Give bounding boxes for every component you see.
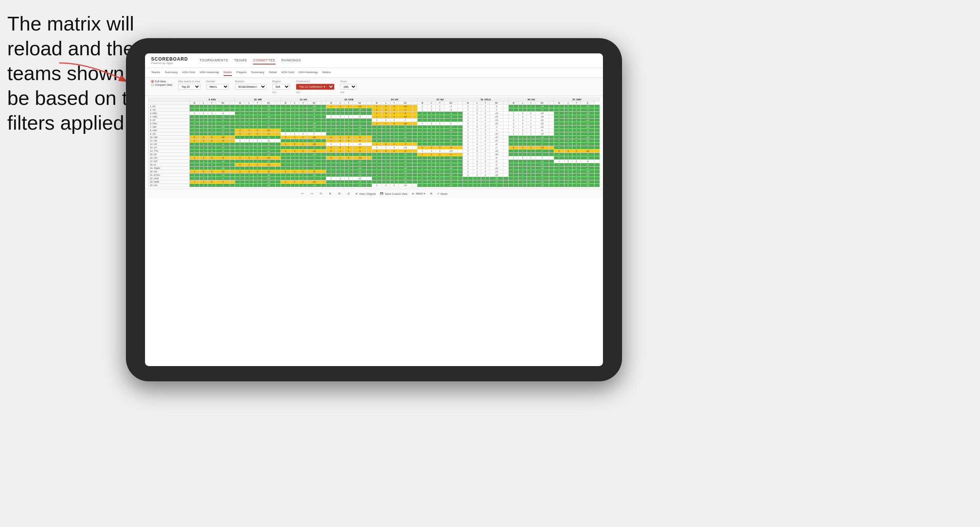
matrix-cell: 1 <box>481 167 490 170</box>
logo-area: SCOREBOARD Powered by clippd <box>151 56 188 64</box>
matrix-cell: 0 <box>345 167 353 170</box>
matrix-cell: -10 <box>398 139 412 143</box>
matrix-cell <box>230 122 235 125</box>
matrix-cell: 0 <box>345 136 353 139</box>
matrix-cell: +12 <box>535 125 549 129</box>
matrix-cell <box>503 153 508 156</box>
row-label: 19. TAMU <box>148 167 190 170</box>
matrix-cell: +5 <box>216 112 230 115</box>
matrix-cell <box>230 112 235 115</box>
matrix-cell: 1 <box>290 129 299 132</box>
matrix-cell: +18 <box>261 105 275 108</box>
subnav-teams[interactable]: Teams <box>151 69 160 76</box>
matrix-cell: 1 <box>245 180 253 184</box>
subnav-summary2[interactable]: Summary <box>251 69 264 76</box>
zoom-btn[interactable]: ⊕ <box>328 191 332 196</box>
nav-rankings[interactable]: RANKINGS <box>282 57 301 64</box>
matrix-cell: -9 <box>353 146 366 149</box>
region-select[interactable]: N/A East West <box>272 84 290 90</box>
matrix-cell <box>549 160 554 163</box>
matrix-cell <box>367 174 372 177</box>
matrix-cell: 0 <box>444 122 458 125</box>
max-teams-select[interactable]: Top 25 Top 50 All <box>178 84 200 90</box>
region-label: Region <box>272 80 290 83</box>
matrix-cell: 0 <box>189 112 199 115</box>
matrix-cell: 1 <box>572 112 581 115</box>
matrix-cell <box>276 146 280 149</box>
subnav-summary[interactable]: Summary <box>165 69 178 76</box>
matrix-cell: 1 <box>208 132 216 136</box>
matrix-cell: 0 <box>253 170 262 174</box>
timer-btn[interactable]: ⏱ <box>346 191 351 196</box>
matrix-cell: 0 <box>290 149 299 153</box>
matrix-cell: -2 <box>353 119 366 122</box>
matrix-cell: 1 <box>554 146 564 149</box>
share-btn[interactable]: ↗ Share <box>437 192 448 195</box>
matrix-cell: 0 <box>481 129 490 132</box>
settings-btn[interactable]: ⚙ <box>337 191 342 196</box>
matrix-cell <box>367 105 372 108</box>
matrix-cell <box>595 143 600 146</box>
matrix-cell <box>595 112 600 115</box>
matrix-cell: 1 <box>473 139 481 143</box>
matrix-cell: 0 <box>463 160 473 163</box>
matrix-cell <box>458 170 463 174</box>
division-select[interactable]: NCAA Division I NCAA Division II <box>235 84 266 90</box>
subnav-matrix2[interactable]: Matrix <box>322 69 331 76</box>
matrix-cell: +18 <box>535 115 549 119</box>
matrix-cell: 2 <box>189 174 199 177</box>
radio-full-dot <box>151 80 154 83</box>
matrix-cell: 0 <box>481 170 490 174</box>
redo-btn[interactable]: ↪ <box>309 191 314 196</box>
radio-full-view[interactable]: Full View <box>151 80 172 83</box>
subnav-h2h-grid2[interactable]: H2H Grid <box>281 69 294 76</box>
matrix-cell: 0 <box>245 146 253 149</box>
watch-btn[interactable]: 👁 Watch ▾ <box>412 192 426 195</box>
matrix-cell <box>230 180 235 184</box>
row-label: 12. UV <box>148 143 190 146</box>
nav-committee[interactable]: COMMITTEE <box>253 57 276 64</box>
grid-btn[interactable]: ⊞ <box>430 192 432 195</box>
view-original-btn[interactable]: 👁 View: Original <box>355 193 376 195</box>
matrix-cell: +23 <box>398 167 412 170</box>
matrix-cell: +15 <box>581 156 595 160</box>
matrix-cell: +21 <box>444 139 458 143</box>
matrix-cell: 0 <box>435 177 444 180</box>
matrix-cell: +19 <box>490 112 503 115</box>
matrix-cell: 1 <box>554 129 564 132</box>
matrix-container[interactable]: 3. ASU 10. UW 11. UA 22. UCB 24. UO 27. … <box>145 96 603 189</box>
refresh-btn[interactable]: ⟳ <box>319 191 323 196</box>
matrix-cell: 0 <box>253 146 262 149</box>
subnav-players[interactable]: Players <box>237 69 247 76</box>
subnav-detail[interactable]: Detail <box>269 69 277 76</box>
nav-teams[interactable]: TEAMS <box>234 57 247 64</box>
matrix-cell: 0 <box>299 108 307 112</box>
subnav-h2h-heatmap2[interactable]: H2H Heatmap <box>298 69 318 76</box>
matrix-cell: 1 <box>390 115 398 119</box>
save-custom-btn[interactable]: 💾 Save Custom View <box>380 192 407 195</box>
subnav-h2h-grid[interactable]: H2H Grid <box>182 69 195 76</box>
matrix-cell <box>321 105 326 108</box>
row-label: 7. UM <box>148 125 190 129</box>
matrix-cell: -4 <box>490 125 503 129</box>
matrix-cell: -7 <box>581 146 595 149</box>
undo-btn[interactable]: ↩ <box>300 191 305 196</box>
subnav-h2h-heatmap[interactable]: H2H Heatmap <box>200 69 219 76</box>
matrix-cell: 0 <box>382 177 390 180</box>
radio-compact-view[interactable]: Compact View <box>151 84 172 86</box>
matrix-cell: 0 <box>564 112 572 115</box>
matrix-cell: 1 <box>508 112 518 115</box>
matrix-cell: +1 <box>261 119 275 122</box>
nav-tournaments[interactable]: TOURNAMENTS <box>200 57 228 64</box>
team-select[interactable]: (All) <box>340 84 357 90</box>
matrix-cell: 0 <box>463 122 473 125</box>
matrix-cell: 0 <box>299 146 307 149</box>
gender-select[interactable]: Men's Women's <box>206 84 229 90</box>
matrix-cell: 2 <box>463 180 473 184</box>
matrix-cell: 0 <box>427 180 436 184</box>
matrix-cell <box>230 160 235 163</box>
matrix-cell: 0 <box>564 170 572 174</box>
conference-select[interactable]: Pac-12 Conference ▼ (All) <box>296 84 334 90</box>
subnav-matrix[interactable]: Matrix <box>224 69 232 76</box>
matrix-cell: 1 <box>280 184 290 187</box>
